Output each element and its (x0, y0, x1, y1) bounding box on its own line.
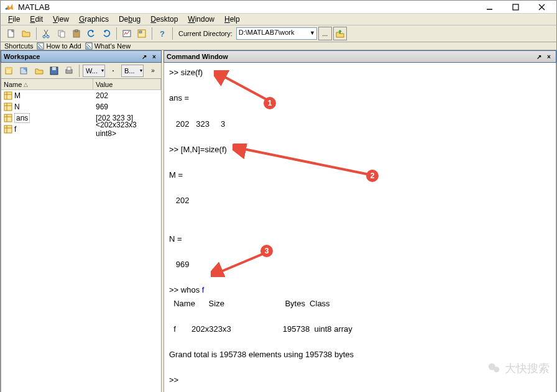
cmd-line: >> size(f) (169, 68, 203, 77)
dir-browse-button[interactable]: ... (318, 27, 332, 40)
svg-rect-33 (4, 125, 12, 133)
import-button[interactable] (32, 65, 46, 77)
matlab-logo-icon (4, 2, 14, 12)
cmd-line: N = (169, 234, 182, 244)
window-controls (481, 1, 550, 13)
svg-line-38 (218, 253, 265, 273)
copy-button[interactable] (55, 27, 68, 40)
svg-rect-10 (75, 30, 78, 32)
app-window: MATLAB File Edit View Graphics Debug Des… (0, 0, 557, 392)
wechat-icon (487, 362, 501, 375)
command-window[interactable]: >> size(f) ans = 202 323 3 >> [M,N]=size… (163, 63, 556, 392)
callout-1: 1 (264, 97, 276, 109)
main-area: Workspace ↗ × W...▾ · B...▾ » Name △ (1, 50, 556, 392)
paste-button[interactable] (70, 27, 83, 40)
new-file-button[interactable] (4, 27, 18, 40)
array-icon (4, 103, 12, 111)
workspace-table-head: Name △ Value (1, 79, 161, 90)
annotation-arrow-3 (211, 249, 273, 277)
svg-text:?: ? (160, 29, 165, 39)
svg-point-40 (494, 367, 499, 372)
menu-help[interactable]: Help (221, 14, 244, 25)
col-name[interactable]: Name △ (1, 79, 93, 89)
separator (172, 27, 173, 40)
close-panel-icon[interactable]: × (150, 52, 159, 61)
menu-debug[interactable]: Debug (115, 14, 144, 25)
undo-button[interactable] (85, 27, 98, 40)
dir-up-button[interactable] (333, 27, 347, 40)
howto-link[interactable]: How to Add (37, 42, 81, 50)
whatsnew-link[interactable]: What's New (85, 42, 131, 50)
cut-button[interactable] (40, 27, 53, 40)
array-icon (4, 125, 12, 134)
workspace-table[interactable]: Name △ Value M 202 N 969 ans [202 323 3]… (1, 79, 162, 392)
separator (116, 27, 117, 40)
redo-button[interactable] (99, 27, 113, 40)
cmd-line: ans = (169, 93, 189, 103)
table-row[interactable]: f <202x323x3 uint8> (1, 124, 161, 135)
app-title: MATLAB (18, 2, 481, 12)
left-panel: Workspace ↗ × W...▾ · B...▾ » Name △ (1, 50, 163, 392)
svg-line-37 (241, 148, 369, 175)
plot-combo[interactable]: W...▾ (83, 65, 105, 77)
watermark: 大快搜索 (487, 361, 550, 376)
print-button[interactable] (62, 65, 76, 77)
table-row[interactable]: N 969 (1, 101, 161, 112)
menu-view[interactable]: View (49, 14, 73, 25)
menu-edit[interactable]: Edit (26, 14, 47, 25)
current-dir-field[interactable]: D:\MATLAB7\work▼ (236, 27, 317, 40)
svg-rect-1 (513, 4, 518, 10)
cmd-arg: f (202, 285, 205, 294)
separator (36, 27, 37, 40)
callout-2: 2 (366, 170, 379, 182)
base-combo[interactable]: B...▾ (121, 65, 144, 77)
menu-desktop[interactable]: Desktop (147, 14, 182, 25)
svg-rect-30 (4, 114, 12, 122)
new-var-button[interactable] (2, 65, 16, 77)
svg-rect-21 (52, 67, 56, 70)
menu-file[interactable]: File (4, 14, 24, 25)
workspace-title: Workspace (4, 53, 139, 60)
col-value[interactable]: Value (93, 79, 161, 89)
help-button[interactable]: ? (155, 27, 169, 40)
guide-button[interactable] (135, 27, 149, 40)
menubar: File Edit View Graphics Debug Desktop Wi… (1, 14, 556, 25)
cmd-line: 202 323 3 (169, 119, 225, 129)
separator (152, 27, 152, 40)
shortcuts-bar: Shortcuts How to Add What's New (1, 42, 556, 50)
undock-icon[interactable]: ↗ (535, 52, 543, 61)
undock-icon[interactable]: ↗ (140, 52, 149, 61)
cmd-line: M = (169, 170, 183, 180)
array-icon (4, 91, 12, 100)
cmd-line: >> whos (169, 285, 202, 294)
simulink-button[interactable] (120, 27, 134, 40)
cmd-line: 202 (169, 196, 190, 205)
open-file-button[interactable] (19, 27, 33, 40)
cmdwin-title: Command Window (167, 53, 533, 60)
svg-rect-18 (6, 68, 12, 70)
svg-rect-8 (60, 32, 65, 37)
main-toolbar: ? Current Directory: D:\MATLAB7\work▼ ..… (1, 25, 556, 42)
menu-graphics[interactable]: Graphics (75, 14, 113, 25)
combo-sep: · (106, 65, 120, 77)
cmdwin-header: Command Window ↗ × (163, 50, 556, 63)
cmd-line: 969 (169, 260, 190, 269)
cmd-line: f 202x323x3 195738 uint8 array (169, 324, 352, 334)
close-panel-icon[interactable]: × (545, 52, 553, 61)
svg-rect-27 (4, 103, 12, 111)
current-dir-label: Current Directory: (178, 30, 232, 37)
more-icon[interactable]: » (146, 65, 160, 77)
svg-line-36 (221, 75, 270, 101)
callout-3: 3 (260, 245, 273, 257)
minimize-button[interactable] (481, 1, 498, 13)
workspace-toolbar: W...▾ · B...▾ » (1, 63, 162, 79)
table-row[interactable]: M 202 (1, 90, 161, 101)
shortcuts-label: Shortcuts (4, 42, 33, 50)
cmd-line: Name Size Bytes Class (169, 299, 330, 308)
save-ws-button[interactable] (47, 65, 61, 77)
svg-rect-24 (4, 92, 12, 99)
menu-window[interactable]: Window (184, 14, 218, 25)
open-var-button[interactable] (17, 65, 31, 77)
close-button[interactable] (533, 1, 550, 13)
maximize-button[interactable] (507, 1, 524, 13)
